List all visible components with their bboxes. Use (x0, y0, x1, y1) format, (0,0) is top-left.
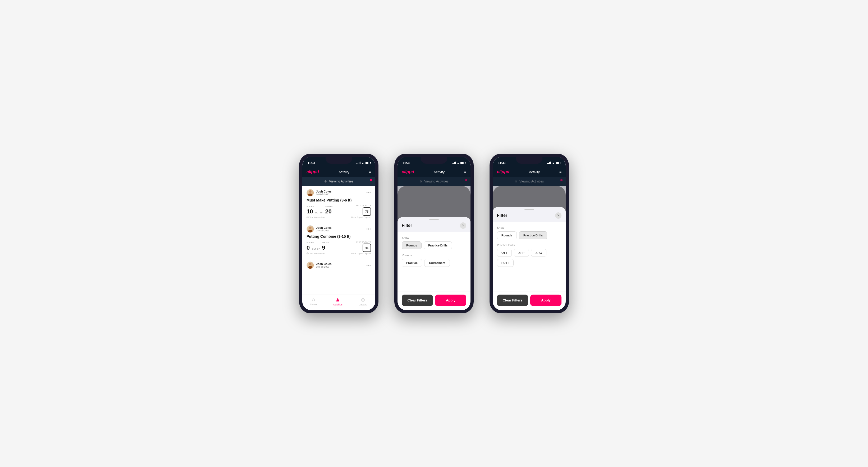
modal-close-2[interactable]: ✕ (460, 222, 466, 229)
clear-filters-btn-2[interactable]: Clear Filters (402, 294, 433, 306)
activity-card-1: Josh Coles 28 Feb 2023 ••• Must Make Put… (302, 186, 375, 222)
user-name-3: Josh Coles (316, 262, 332, 266)
wifi-icon-3: ▲ (552, 162, 555, 164)
hamburger-icon-2[interactable]: ≡ (464, 170, 466, 174)
user-date-2: 28 Feb 2023 (316, 229, 332, 232)
shot-quality-badge-2: 45 (363, 244, 371, 252)
logo-3: clippd (497, 169, 509, 174)
rounds-btn-2[interactable]: Rounds (402, 242, 422, 249)
activity-title-2: Putting Combine (3-15 ft) (307, 234, 371, 239)
shots-value-2: 9 (322, 244, 329, 251)
shots-label-2: Shots (322, 242, 329, 244)
practice-drills-btn-3[interactable]: Practice Drills (519, 231, 547, 239)
nav-header-1: clippd Activity ≡ (302, 167, 375, 177)
nav-header-3: clippd Activity ≡ (493, 167, 566, 177)
activity-card-3: Josh Coles 28 Feb 2023 ••• (302, 258, 375, 274)
score-label-2: Score (307, 242, 321, 244)
filter-icon-2: ⚙ (420, 180, 422, 183)
nav-title-1: Activity (339, 170, 349, 174)
score-label-1: Score (307, 205, 324, 208)
apply-btn-2[interactable]: Apply (435, 294, 466, 306)
home-label-1: Home (310, 303, 317, 306)
data-info-2: Data: Clippd Capture (351, 252, 371, 255)
more-dots-3[interactable]: ••• (366, 263, 371, 267)
signal-icon-2 (452, 162, 456, 164)
nav-header-2: clippd Activity ≡ (398, 167, 470, 177)
time-1: 11:33 (308, 161, 315, 164)
show-label-3: Show (497, 226, 561, 229)
time-3: 11:33 (498, 161, 505, 164)
more-dots-2[interactable]: ••• (366, 227, 371, 231)
modal-title-3: Filter (497, 213, 507, 218)
time-2: 11:33 (403, 161, 410, 164)
tournament-btn-2[interactable]: Tournament (424, 259, 450, 267)
signal-icon-1 (356, 162, 361, 164)
filter-modal-2: Filter ✕ Show Rounds Practice Drills (398, 217, 470, 310)
arg-btn-3[interactable]: ARG (531, 249, 547, 257)
show-section-2: Show Rounds Practice Drills (402, 236, 466, 249)
viewing-bar-text-2: Viewing Activities (424, 180, 448, 183)
filter-icon-1: ⚙ (324, 180, 327, 183)
notch-1 (326, 157, 352, 164)
wifi-icon-2: ▲ (457, 162, 459, 164)
activity-title-1: Must Make Putting (3-6 ft) (307, 198, 371, 202)
viewing-bar-text-1: Viewing Activities (329, 180, 353, 183)
ott-btn-3[interactable]: OTT (497, 249, 512, 257)
score-value-1: 10 (307, 208, 313, 215)
logo-1: clippd (307, 169, 319, 174)
red-dot-2 (465, 179, 467, 181)
modal-handle-2 (429, 219, 439, 220)
rounds-section-label-2: Rounds (402, 254, 466, 257)
nav-title-3: Activity (529, 170, 540, 174)
bottom-nav-1: ⌂ Home ♟ Activities ⊕ Capture (302, 294, 375, 310)
avatar-1 (307, 189, 314, 196)
hamburger-icon-1[interactable]: ≡ (369, 170, 371, 174)
out-of-1: OUT OF (315, 212, 323, 215)
app-btn-3[interactable]: APP (514, 249, 529, 257)
capture-icon-1: ⊕ (361, 297, 365, 303)
viewing-bar-1[interactable]: ⚙ Viewing Activities (302, 177, 375, 186)
nav-item-activities-1[interactable]: ♟ Activities (333, 297, 342, 306)
info-icon-1: ⓘ (307, 216, 309, 219)
out-of-2: OUT OF (312, 248, 320, 251)
show-section-3: Show Rounds Practice Drills (497, 226, 561, 239)
modal-close-3[interactable]: ✕ (555, 212, 561, 219)
apply-btn-3[interactable]: Apply (530, 294, 561, 306)
rounds-btn-3[interactable]: Rounds (497, 231, 517, 239)
notch-3 (516, 157, 542, 164)
nav-title-2: Activity (434, 170, 444, 174)
nav-item-capture-1[interactable]: ⊕ Capture (359, 297, 367, 306)
red-dot-3 (560, 179, 562, 181)
practice-drills-section-label-3: Practice Drills (497, 244, 561, 247)
viewing-bar-text-3: Viewing Activities (520, 180, 544, 183)
notch-2 (421, 157, 447, 164)
svg-point-1 (308, 193, 312, 196)
practice-drills-btn-2[interactable]: Practice Drills (424, 242, 452, 249)
activities-icon-1: ♟ (336, 297, 340, 303)
nav-item-home-1[interactable]: ⌂ Home (310, 297, 317, 306)
filter-icon-3: ⚙ (515, 180, 517, 183)
putt-btn-3[interactable]: PUTT (497, 259, 514, 267)
shots-label-1: Shots (325, 205, 333, 208)
more-dots-1[interactable]: ••• (366, 191, 371, 195)
practice-btn-2[interactable]: Practice (402, 259, 422, 267)
sq-label-2: Shot Quality (355, 241, 371, 243)
activity-card-2: Josh Coles 28 Feb 2023 ••• Putting Combi… (302, 222, 375, 258)
capture-label-1: Capture (359, 303, 367, 306)
viewing-bar-3[interactable]: ⚙ Viewing Activities (493, 177, 566, 186)
score-value-2: 0 (307, 244, 310, 251)
phone-3: 11:33 ▲ cli (490, 154, 569, 313)
hamburger-icon-3[interactable]: ≡ (559, 170, 561, 174)
user-name-1: Josh Coles (316, 190, 332, 193)
user-name-2: Josh Coles (316, 226, 332, 229)
modal-handle-3 (524, 209, 534, 210)
wifi-icon-1: ▲ (362, 162, 364, 164)
red-dot-1 (370, 179, 372, 181)
viewing-bar-2[interactable]: ⚙ Viewing Activities (398, 177, 470, 186)
clear-filters-btn-3[interactable]: Clear Filters (497, 294, 528, 306)
activities-label-1: Activities (333, 303, 342, 306)
shot-quality-badge-1: 75 (363, 207, 371, 216)
filter-modal-overlay-2: Filter ✕ Show Rounds Practice Drills (398, 186, 470, 310)
home-icon-1: ⌂ (312, 297, 315, 303)
filter-modal-3: Filter ✕ Show Rounds Practice Drills (493, 207, 566, 310)
